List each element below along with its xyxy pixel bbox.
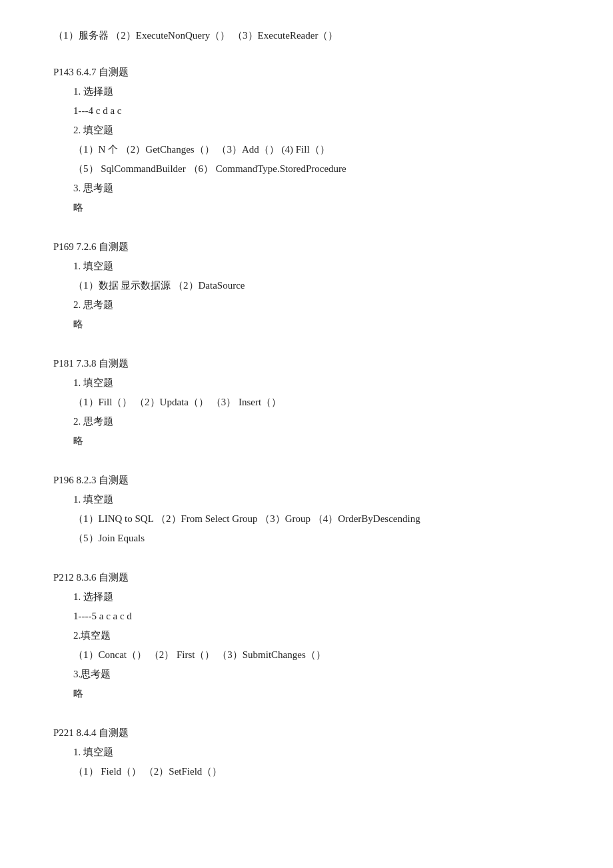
item-line-p143-0-0: 1---4 c d a c [53, 102, 560, 120]
top-line-text: （1）服务器 （2）ExecuteNonQuery（） （3）ExecuteRe… [53, 30, 338, 41]
section-header-p212: P212 8.3.6 自测题 [53, 569, 560, 587]
section-header-p221: P221 8.4.4 自测题 [53, 724, 560, 742]
section-header-p143: P143 6.4.7 自测题 [53, 63, 560, 81]
sections-container: P143 6.4.7 自测题1. 选择题1---4 c d a c2. 填空题（… [53, 63, 560, 781]
section-p169: P169 7.2.6 自测题1. 填空题（1）数据 显示数据源 （2）DataS… [53, 238, 560, 333]
item-label-p196-0: 1. 填空题 [53, 491, 560, 509]
item-line-p221-0-0: （1） Field（） （2）SetField（） [53, 763, 560, 781]
item-line-p169-0-0: （1）数据 显示数据源 （2）DataSource [53, 277, 560, 295]
item-label-p212-1: 2.填空题 [53, 627, 560, 645]
item-line-p169-1-0: 略 [53, 315, 560, 333]
section-header-p196: P196 8.2.3 自测题 [53, 471, 560, 489]
item-line-p143-1-0: （1）N 个 （2）GetChanges（） （3）Add（） (4) Fill… [53, 141, 560, 159]
item-line-p143-2-0: 略 [53, 199, 560, 217]
section-header-p181: P181 7.3.8 自测题 [53, 355, 560, 373]
section-p212: P212 8.3.6 自测题1. 选择题1----5 a c a c d2.填空… [53, 569, 560, 703]
item-line-p196-0-0: （1）LINQ to SQL （2）From Select Group （3）G… [53, 510, 560, 528]
item-label-p181-0: 1. 填空题 [53, 374, 560, 392]
section-p181: P181 7.3.8 自测题1. 填空题（1）Fill（） （2）Updata（… [53, 355, 560, 450]
section-p143: P143 6.4.7 自测题1. 选择题1---4 c d a c2. 填空题（… [53, 63, 560, 217]
item-line-p212-2-0: 略 [53, 685, 560, 703]
section-p196: P196 8.2.3 自测题1. 填空题（1）LINQ to SQL （2）Fr… [53, 471, 560, 547]
item-line-p143-1-1: （5） SqlCommandBuilder （6） CommandType.St… [53, 160, 560, 178]
item-line-p196-0-1: （5）Join Equals [53, 529, 560, 547]
item-label-p221-0: 1. 填空题 [53, 743, 560, 761]
item-line-p212-0-0: 1----5 a c a c d [53, 607, 560, 625]
item-label-p181-1: 2. 思考题 [53, 413, 560, 431]
section-header-p169: P169 7.2.6 自测题 [53, 238, 560, 256]
item-line-p212-1-0: （1）Concat（） （2） First（） （3）SubmitChanges… [53, 646, 560, 664]
item-label-p212-0: 1. 选择题 [53, 588, 560, 606]
item-line-p181-1-0: 略 [53, 432, 560, 450]
top-line: （1）服务器 （2）ExecuteNonQuery（） （3）ExecuteRe… [53, 27, 560, 45]
item-line-p181-0-0: （1）Fill（） （2）Updata（） （3） Insert（） [53, 393, 560, 411]
item-label-p143-1: 2. 填空题 [53, 121, 560, 139]
item-label-p169-1: 2. 思考题 [53, 296, 560, 314]
item-label-p169-0: 1. 填空题 [53, 257, 560, 275]
item-label-p143-0: 1. 选择题 [53, 83, 560, 101]
section-p221: P221 8.4.4 自测题1. 填空题（1） Field（） （2）SetFi… [53, 724, 560, 781]
item-label-p212-2: 3.思考题 [53, 665, 560, 683]
item-label-p143-2: 3. 思考题 [53, 179, 560, 197]
